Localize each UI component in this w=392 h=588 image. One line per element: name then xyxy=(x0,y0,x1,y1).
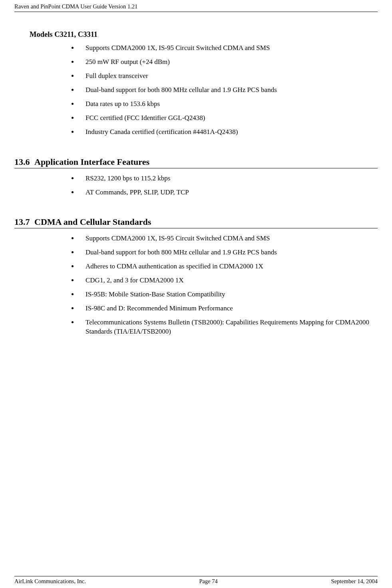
header-title: Raven and PinPoint CDMA User Guide Versi… xyxy=(14,3,137,10)
section-number: 13.7 xyxy=(14,217,30,227)
list-item: CDG1, 2, and 3 for CDMA2000 1X xyxy=(78,276,378,285)
section-13-6-list: RS232, 1200 bps to 115.2 kbps AT Command… xyxy=(30,174,378,197)
list-item: Supports CDMA2000 1X, IS-95 Circuit Swit… xyxy=(78,234,378,243)
list-item: IS-95B: Mobile Station-Base Station Comp… xyxy=(78,290,378,299)
list-item: 250 mW RF output (+24 dBm) xyxy=(78,58,378,67)
list-item: RS232, 1200 bps to 115.2 kbps xyxy=(78,174,378,183)
section-title: Application Interface Features xyxy=(34,157,149,167)
list-item: Dual-band support for both 800 MHz cellu… xyxy=(78,248,378,257)
section-13-7-list: Supports CDMA2000 1X, IS-95 Circuit Swit… xyxy=(30,234,378,336)
list-item: Telecommunications Systems Bulletin (TSB… xyxy=(78,318,378,336)
page-header: Raven and PinPoint CDMA User Guide Versi… xyxy=(14,0,378,12)
section-number: 13.6 xyxy=(14,157,30,167)
section-13-6-heading: 13.6 Application Interface Features xyxy=(14,157,378,168)
models-heading: Models C3211, C3311 xyxy=(30,30,378,39)
list-item: Dual-band support for both 800 MHz cellu… xyxy=(78,86,378,95)
list-item: Data rates up to 153.6 kbps xyxy=(78,100,378,109)
page-footer: AirLink Communications, Inc. Page 74 Sep… xyxy=(14,576,378,585)
list-item: Full duplex transceiver xyxy=(78,72,378,81)
section-title: CDMA and Cellular Standards xyxy=(34,217,151,227)
footer-date: September 14, 2004 xyxy=(331,578,378,585)
list-item: Industry Canada certified (certification… xyxy=(78,128,378,137)
list-item: Supports CDMA2000 1X, IS-95 Circuit Swit… xyxy=(78,44,378,53)
models-list: Supports CDMA2000 1X, IS-95 Circuit Swit… xyxy=(30,44,378,137)
list-item: FCC certified (FCC Identifier GGL-Q2438) xyxy=(78,114,378,123)
list-item: IS-98C and D: Recommended Minimum Perfor… xyxy=(78,304,378,313)
list-item: AT Commands, PPP, SLIP, UDP, TCP xyxy=(78,188,378,197)
section-13-7-heading: 13.7 CDMA and Cellular Standards xyxy=(14,217,378,228)
list-item: Adheres to CDMA authentication as specif… xyxy=(78,262,378,271)
footer-company: AirLink Communications, Inc. xyxy=(14,578,86,585)
footer-page: Page 74 xyxy=(199,578,218,585)
